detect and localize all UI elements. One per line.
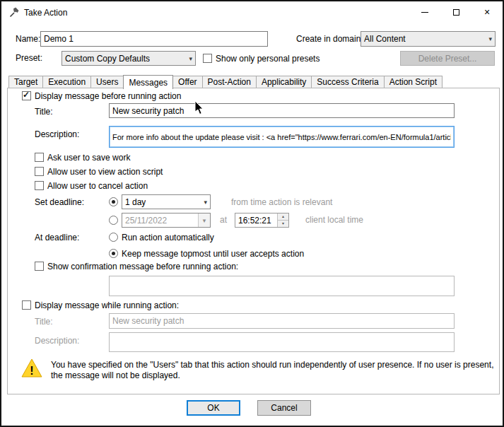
ok-label: OK <box>207 403 219 413</box>
maximize-button[interactable] <box>440 1 471 23</box>
svg-text:!: ! <box>30 365 33 377</box>
client-local-time-label: client local time <box>305 216 363 225</box>
tab-users[interactable]: Users <box>90 76 124 88</box>
create-in-domain-value: All Content <box>364 34 406 44</box>
deadline-time-input[interactable]: 16:52:21 ▴ ▾ <box>235 213 289 228</box>
while-description-label: Description: <box>35 337 79 346</box>
ask-save-label: Ask user to save work <box>47 153 130 163</box>
warning-icon: ! <box>21 358 42 378</box>
tab-execution[interactable]: Execution <box>42 76 91 88</box>
close-button[interactable]: × <box>471 1 503 23</box>
cancel-button[interactable]: Cancel <box>257 400 311 416</box>
message-description-input[interactable] <box>109 126 455 148</box>
title-bar: Take Action × <box>1 1 503 23</box>
set-deadline-label: Set deadline: <box>35 198 84 207</box>
tab-target[interactable]: Target <box>8 76 43 88</box>
run-auto-label: Run action automatically <box>122 233 214 242</box>
action-name-input[interactable] <box>40 31 268 47</box>
confirmation-message-input[interactable] <box>109 276 455 296</box>
name-label: Name: <box>16 35 40 44</box>
take-action-dialog: Take Action × Name: Create in domain: Al… <box>0 0 504 427</box>
allow-cancel-checkbox[interactable] <box>35 181 44 190</box>
close-icon: × <box>484 7 490 17</box>
delete-preset-label: Delete Preset... <box>418 54 477 64</box>
keep-topmost-radio[interactable] <box>109 249 118 258</box>
deadline-duration-select[interactable]: 1 day ▾ <box>122 194 211 209</box>
minimize-icon <box>421 12 428 13</box>
preset-value: Custom Copy Defaults <box>65 54 150 64</box>
while-description-input[interactable] <box>109 332 455 352</box>
at-label: at <box>220 216 227 225</box>
show-personal-presets-label: Show only personal presets <box>216 54 320 64</box>
message-title-input[interactable] <box>109 103 455 118</box>
preset-label: Preset: <box>16 54 42 63</box>
tab-applicability[interactable]: Applicability <box>256 76 312 88</box>
mouse-cursor <box>194 101 204 115</box>
message-title-label: Title: <box>35 107 53 117</box>
delete-preset-button: Delete Preset... <box>400 51 495 66</box>
time-spinner: ▴ ▾ <box>277 214 288 227</box>
tab-offer[interactable]: Offer <box>172 76 202 88</box>
warning-text-line2: the message will not be displayed. <box>51 371 180 380</box>
while-title-label: Title: <box>35 317 53 327</box>
maximize-icon <box>453 9 459 16</box>
while-title-input[interactable] <box>109 313 455 329</box>
check-icon: ✓ <box>23 90 30 100</box>
spin-up-icon[interactable]: ▴ <box>278 214 288 221</box>
run-auto-radio[interactable] <box>109 233 118 242</box>
display-before-checkbox[interactable]: ✓ <box>22 91 31 100</box>
tab-messages[interactable]: Messages <box>123 75 173 89</box>
hammer-icon <box>9 7 20 18</box>
deadline-date-value: 25/11/2022 <box>125 216 167 226</box>
allow-view-script-checkbox[interactable] <box>35 167 44 176</box>
spin-down-icon[interactable]: ▾ <box>278 221 288 227</box>
chevron-down-icon: ▾ <box>203 217 206 224</box>
show-confirmation-label: Show confirmation message before running… <box>47 262 238 271</box>
cancel-label: Cancel <box>271 403 297 413</box>
tab-success-criteria[interactable]: Success Criteria <box>311 76 384 88</box>
display-before-label: Display message before running action <box>35 92 181 101</box>
tab-post-action[interactable]: Post-Action <box>202 76 257 88</box>
keep-topmost-label: Keep message topmost until user accepts … <box>122 250 304 259</box>
display-while-checkbox[interactable] <box>22 300 31 310</box>
deadline-time-value: 16:52:21 <box>238 216 271 226</box>
chevron-down-icon: ▾ <box>486 35 492 42</box>
create-in-domain-select[interactable]: All Content ▾ <box>361 31 496 47</box>
ok-button[interactable]: OK <box>187 400 240 416</box>
deadline-date-select[interactable]: 25/11/2022 ▾ <box>122 213 211 228</box>
at-deadline-label: At deadline: <box>35 233 79 242</box>
display-while-label: Display message while running action: <box>35 301 179 310</box>
ask-save-checkbox[interactable] <box>35 153 44 162</box>
deadline-duration-value: 1 day <box>125 197 146 207</box>
show-confirmation-checkbox[interactable] <box>35 262 44 271</box>
window-title: Take Action <box>24 8 67 18</box>
deadline-hint-label: from time action is relevant <box>231 198 332 207</box>
deadline-duration-radio[interactable] <box>109 197 118 206</box>
deadline-date-radio[interactable] <box>109 216 118 225</box>
chevron-down-icon: ▾ <box>201 199 207 206</box>
show-personal-presets-checkbox[interactable] <box>203 54 212 63</box>
tab-strip: Target Execution Users Messages Offer Po… <box>8 75 442 88</box>
warning-text-line1: You have specified on the "Users" tab th… <box>51 361 493 370</box>
allow-view-script-label: Allow user to view action script <box>47 168 163 177</box>
allow-cancel-label: Allow user to cancel action <box>47 182 148 191</box>
minimize-button[interactable] <box>409 1 440 23</box>
message-description-label: Description: <box>35 130 79 139</box>
create-in-domain-label: Create in domain: <box>296 35 363 44</box>
tab-action-script[interactable]: Action Script <box>384 76 443 88</box>
chevron-down-icon: ▾ <box>186 55 192 62</box>
preset-select[interactable]: Custom Copy Defaults ▾ <box>61 51 196 66</box>
calendar-dropdown-icon: ▾ <box>198 214 210 227</box>
